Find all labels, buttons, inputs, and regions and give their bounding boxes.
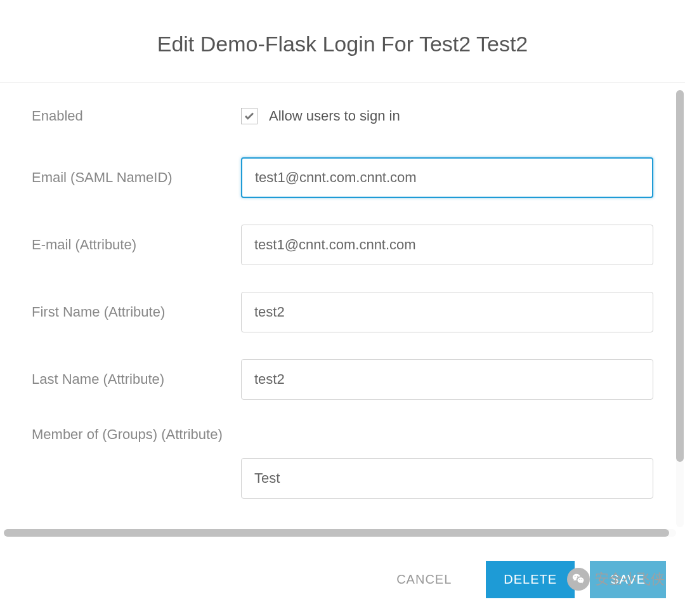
- horizontal-scrollbar-thumb[interactable]: [4, 529, 669, 537]
- row-email-nameid: Email (SAML NameID): [32, 157, 653, 198]
- email-nameid-input[interactable]: [241, 157, 653, 198]
- groups-input[interactable]: [241, 458, 653, 499]
- row-email-attr: E-mail (Attribute): [32, 225, 653, 265]
- vertical-scrollbar-thumb[interactable]: [676, 90, 684, 462]
- email-attr-input[interactable]: [241, 225, 653, 265]
- form-body: Enabled Allow users to sign in Email (SA…: [0, 82, 685, 520]
- dialog-header: Edit Demo-Flask Login For Test2 Test2: [0, 0, 685, 82]
- first-name-label: First Name (Attribute): [32, 304, 241, 320]
- last-name-label: Last Name (Attribute): [32, 371, 241, 388]
- first-name-input[interactable]: [241, 292, 653, 332]
- enabled-checkbox-label: Allow users to sign in: [269, 108, 400, 124]
- enabled-field: Allow users to sign in: [241, 108, 653, 124]
- enabled-checkbox[interactable]: [241, 108, 258, 124]
- email-nameid-label: Email (SAML NameID): [32, 169, 241, 186]
- last-name-input[interactable]: [241, 359, 653, 400]
- row-last-name: Last Name (Attribute): [32, 359, 653, 400]
- enabled-label: Enabled: [32, 108, 241, 124]
- dialog-footer: CANCEL DELETE SAVE: [0, 546, 685, 616]
- save-button[interactable]: SAVE: [590, 561, 666, 598]
- row-groups: Member of (Groups) (Attribute): [32, 426, 653, 499]
- horizontal-scrollbar[interactable]: [4, 529, 676, 537]
- checkmark-icon: [244, 110, 255, 122]
- vertical-scrollbar[interactable]: [676, 90, 684, 527]
- delete-button[interactable]: DELETE: [486, 561, 575, 598]
- page-title: Edit Demo-Flask Login For Test2 Test2: [13, 32, 672, 56]
- row-enabled: Enabled Allow users to sign in: [32, 108, 653, 124]
- row-first-name: First Name (Attribute): [32, 292, 653, 332]
- groups-label: Member of (Groups) (Attribute): [32, 426, 653, 443]
- email-attr-label: E-mail (Attribute): [32, 237, 241, 253]
- cancel-button[interactable]: CANCEL: [377, 561, 471, 598]
